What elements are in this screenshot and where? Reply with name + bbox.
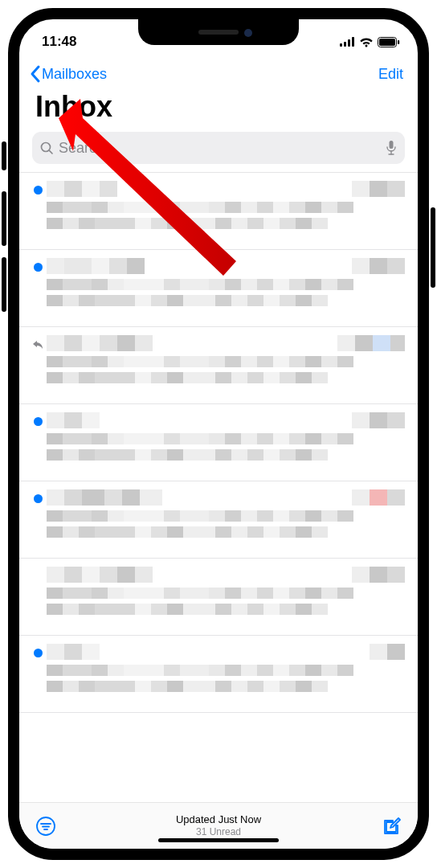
chevron-left-icon <box>27 64 42 84</box>
cellular-icon <box>340 37 355 47</box>
message-row[interactable] <box>19 559 418 636</box>
svg-rect-3 <box>352 37 354 47</box>
status-line1: Updated Just Now <box>176 813 261 826</box>
unread-dot-icon <box>34 649 43 657</box>
home-indicator[interactable] <box>158 838 279 842</box>
svg-rect-6 <box>398 40 399 44</box>
message-row[interactable] <box>19 250 418 327</box>
unread-dot-icon <box>34 494 43 503</box>
search-input[interactable]: Search <box>32 132 405 164</box>
svg-rect-5 <box>379 39 395 46</box>
phone-frame: 11:48 Mailboxes Edit Inbox Search <box>8 8 429 860</box>
filter-icon[interactable] <box>35 816 56 837</box>
search-icon <box>40 141 54 155</box>
edit-button[interactable]: Edit <box>378 66 403 83</box>
unread-dot-icon <box>34 417 43 426</box>
message-row[interactable] <box>19 481 418 559</box>
message-row[interactable] <box>19 173 418 250</box>
svg-rect-9 <box>390 141 394 149</box>
unread-dot-icon <box>34 186 43 194</box>
status-line2: 31 Unread <box>176 826 261 838</box>
reply-icon <box>32 340 43 350</box>
svg-rect-2 <box>348 39 350 47</box>
svg-rect-0 <box>340 43 342 47</box>
search-placeholder: Search <box>59 140 104 157</box>
battery-icon <box>378 37 400 47</box>
message-row[interactable] <box>19 404 418 481</box>
message-row[interactable] <box>19 327 418 404</box>
message-row[interactable] <box>19 636 418 713</box>
message-list[interactable] <box>19 172 418 802</box>
compose-icon[interactable] <box>381 816 402 837</box>
notch <box>138 19 299 45</box>
back-label: Mailboxes <box>42 66 107 83</box>
page-title: Inbox <box>19 87 418 132</box>
dictation-icon[interactable] <box>386 140 397 156</box>
status-time: 11:48 <box>42 34 76 50</box>
nav-bar: Mailboxes Edit <box>19 56 418 87</box>
update-status: Updated Just Now 31 Unread <box>176 813 261 838</box>
unread-dot-icon <box>34 263 43 272</box>
wifi-icon <box>359 37 374 47</box>
status-icons <box>340 37 400 47</box>
svg-line-8 <box>49 150 52 154</box>
back-button[interactable]: Mailboxes <box>27 64 107 84</box>
svg-rect-1 <box>344 42 346 47</box>
